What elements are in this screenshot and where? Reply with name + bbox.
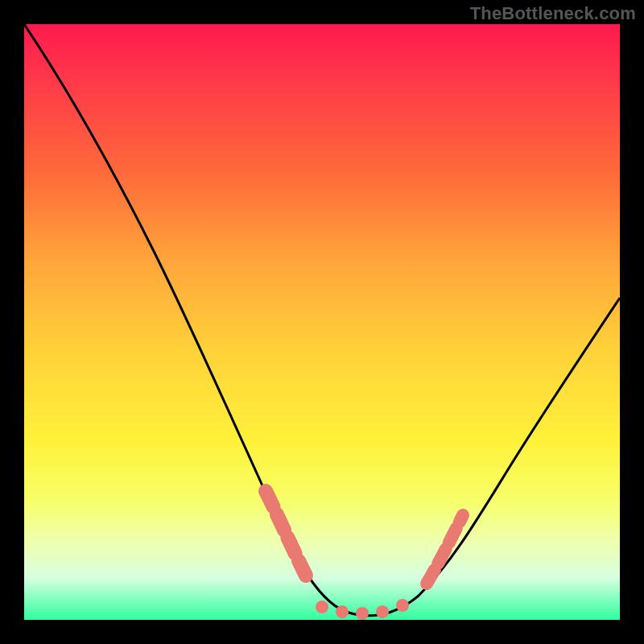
bottleneck-curve: [24, 24, 620, 620]
svg-point-3: [376, 605, 389, 618]
svg-point-4: [396, 599, 409, 612]
svg-point-2: [356, 607, 369, 620]
svg-point-1: [336, 605, 349, 618]
highlight-left: [266, 491, 306, 576]
plot-area: [24, 24, 620, 620]
chart-frame: TheBottleneck.com: [0, 0, 644, 644]
watermark-text: TheBottleneck.com: [470, 3, 636, 24]
svg-point-0: [316, 601, 328, 613]
curve-path: [24, 24, 620, 616]
